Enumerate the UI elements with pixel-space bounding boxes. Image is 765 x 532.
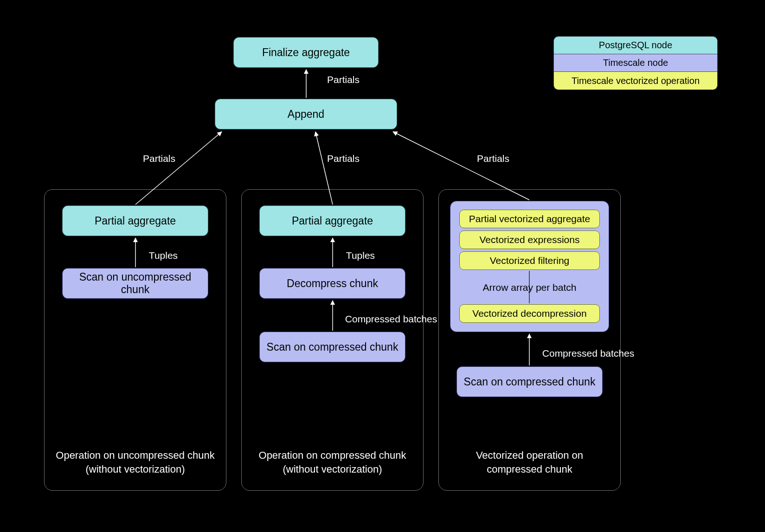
legend-ts-label: Timescale node <box>603 58 668 68</box>
panel-vectorized-caption: Vectorized operation on compressed chunk <box>439 449 620 476</box>
node-decompress-chunk-label: Decompress chunk <box>287 277 378 290</box>
node-vec-partial-aggregate: Partial vectorized aggregate <box>459 210 600 228</box>
node-vec-expressions-label: Vectorized expressions <box>480 234 580 245</box>
node-partial-aggregate-2-label: Partial aggregate <box>292 215 373 227</box>
edge-label-partials-right: Partials <box>475 153 512 164</box>
node-scan-compressed-2-label: Scan on compressed chunk <box>464 376 596 388</box>
node-scan-compressed-1: Scan on compressed chunk <box>259 332 405 362</box>
node-vec-partial-aggregate-label: Partial vectorized aggregate <box>469 213 591 224</box>
panel-compressed-caption-l1: Operation on compressed chunk <box>259 449 406 461</box>
panel-uncompressed-caption-l1: Operation on uncompressed chunk <box>56 449 214 461</box>
diagram-canvas: PostgreSQL node Timescale node Timescale… <box>0 0 765 532</box>
edge-label-tuples-2: Tuples <box>342 250 379 261</box>
node-vec-decompression: Vectorized decompression <box>459 304 600 323</box>
legend-vec-label: Timescale vectorized operation <box>572 76 700 86</box>
node-partial-aggregate-2: Partial aggregate <box>259 205 405 236</box>
edge-label-batches-2: Compressed batches <box>537 348 639 359</box>
node-append-label: Append <box>288 108 324 121</box>
node-scan-compressed-1-label: Scan on compressed chunk <box>267 341 399 353</box>
legend-row-vectorized: Timescale vectorized operation <box>554 72 717 90</box>
node-scan-uncompressed: Scan on uncompressed chunk <box>62 268 208 299</box>
panel-compressed-caption: Operation on compressed chunk (without v… <box>242 449 423 476</box>
panel-compressed-caption-l2: (without vectorization) <box>283 463 382 475</box>
panel-vectorized-caption-l2: compressed chunk <box>487 463 572 475</box>
legend-pg-label: PostgreSQL node <box>599 40 672 51</box>
node-decompress-chunk: Decompress chunk <box>259 268 405 299</box>
node-vec-expressions: Vectorized expressions <box>459 231 600 249</box>
legend: PostgreSQL node Timescale node Timescale… <box>553 36 718 90</box>
node-vec-decompression-label: Vectorized decompression <box>472 308 586 319</box>
legend-row-timescale: Timescale node <box>554 54 717 72</box>
panel-uncompressed-caption: Operation on uncompressed chunk (without… <box>45 449 226 476</box>
edge-label-partials-center: Partials <box>325 153 362 164</box>
arrow-batch-label: Arrow array per batch <box>450 282 609 293</box>
node-vec-filtering-label: Vectorized filtering <box>490 255 570 266</box>
panel-vectorized-caption-l1: Vectorized operation on <box>476 449 583 461</box>
node-append: Append <box>215 99 397 129</box>
panel-uncompressed-caption-l2: (without vectorization) <box>86 463 185 475</box>
edge-label-batches-1: Compressed batches <box>340 314 442 325</box>
node-finalize-aggregate: Finalize aggregate <box>233 37 379 68</box>
node-finalize-aggregate-label: Finalize aggregate <box>262 46 350 59</box>
edge-label-partials-left: Partials <box>141 153 178 164</box>
node-partial-aggregate-1: Partial aggregate <box>62 205 208 236</box>
node-scan-compressed-2: Scan on compressed chunk <box>456 366 603 397</box>
node-vec-filtering: Vectorized filtering <box>459 251 600 270</box>
node-scan-uncompressed-label: Scan on uncompressed chunk <box>67 271 203 296</box>
node-partial-aggregate-1-label: Partial aggregate <box>95 215 176 227</box>
legend-row-postgresql: PostgreSQL node <box>554 37 717 54</box>
edge-label-tuples-1: Tuples <box>145 250 182 261</box>
edge-label-partials-top: Partials <box>325 74 362 85</box>
